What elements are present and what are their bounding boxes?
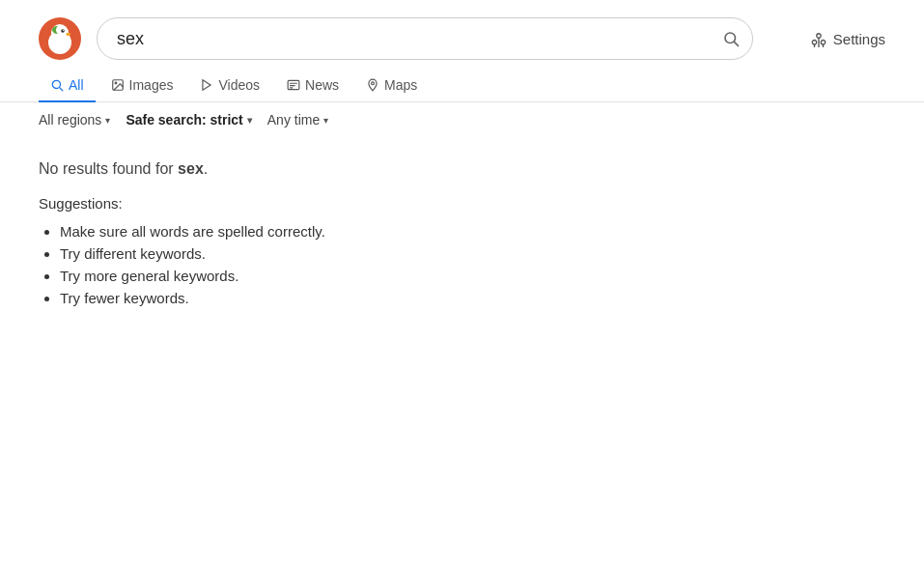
time-filter[interactable]: Any time ▾ — [267, 112, 328, 128]
suggestions-list: Make sure all words are spelled correctl… — [39, 223, 695, 306]
query-bold: sex — [178, 160, 204, 177]
settings-icon — [810, 30, 827, 47]
svg-point-12 — [817, 34, 822, 39]
svg-point-14 — [821, 41, 826, 45]
settings-label: Settings — [833, 31, 885, 47]
maps-icon — [366, 78, 379, 92]
tab-news[interactable]: News — [275, 70, 350, 102]
tab-maps[interactable]: Maps — [354, 70, 429, 102]
svg-line-19 — [60, 88, 63, 91]
header: sex Settings — [0, 0, 924, 60]
suggestions-heading: Suggestions: — [39, 195, 695, 212]
videos-icon — [200, 78, 213, 92]
images-icon — [111, 78, 125, 92]
svg-point-7 — [61, 29, 65, 33]
time-chevron-icon: ▾ — [323, 115, 328, 126]
suggestion-item: Try different keywords. — [60, 245, 695, 262]
tab-images[interactable]: Images — [99, 70, 185, 102]
main-content: No results found for sex. Suggestions: M… — [0, 137, 734, 329]
tab-all[interactable]: All — [39, 70, 96, 102]
svg-rect-9 — [53, 37, 67, 44]
svg-point-21 — [115, 82, 117, 84]
region-filter[interactable]: All regions ▾ — [39, 112, 110, 128]
search-bar-wrapper: sex — [97, 17, 753, 60]
svg-point-27 — [372, 82, 375, 85]
no-results-message: No results found for sex. — [39, 160, 695, 178]
search-icon — [722, 30, 740, 47]
tab-videos[interactable]: Videos — [188, 70, 271, 102]
svg-marker-22 — [203, 80, 210, 91]
settings-button[interactable]: Settings — [810, 30, 885, 47]
filters-bar: All regions ▾ Safe search: strict ▾ Any … — [0, 102, 924, 137]
safe-search-chevron-icon: ▾ — [247, 115, 252, 126]
suggestion-item: Try more general keywords. — [60, 268, 695, 284]
svg-point-8 — [63, 30, 64, 31]
search-input[interactable]: sex — [97, 17, 753, 60]
svg-line-11 — [734, 42, 738, 45]
search-button[interactable] — [722, 30, 740, 47]
all-icon — [50, 78, 64, 92]
region-chevron-icon: ▾ — [105, 115, 110, 126]
suggestion-item: Make sure all words are spelled correctl… — [60, 223, 695, 240]
svg-point-13 — [812, 41, 817, 45]
ddg-logo[interactable] — [39, 17, 81, 60]
safe-search-filter[interactable]: Safe search: strict ▾ — [126, 112, 251, 128]
suggestion-item: Try fewer keywords. — [60, 290, 695, 306]
svg-point-6 — [56, 25, 66, 35]
news-icon — [287, 78, 300, 92]
nav-tabs: All Images Videos — [0, 70, 924, 102]
